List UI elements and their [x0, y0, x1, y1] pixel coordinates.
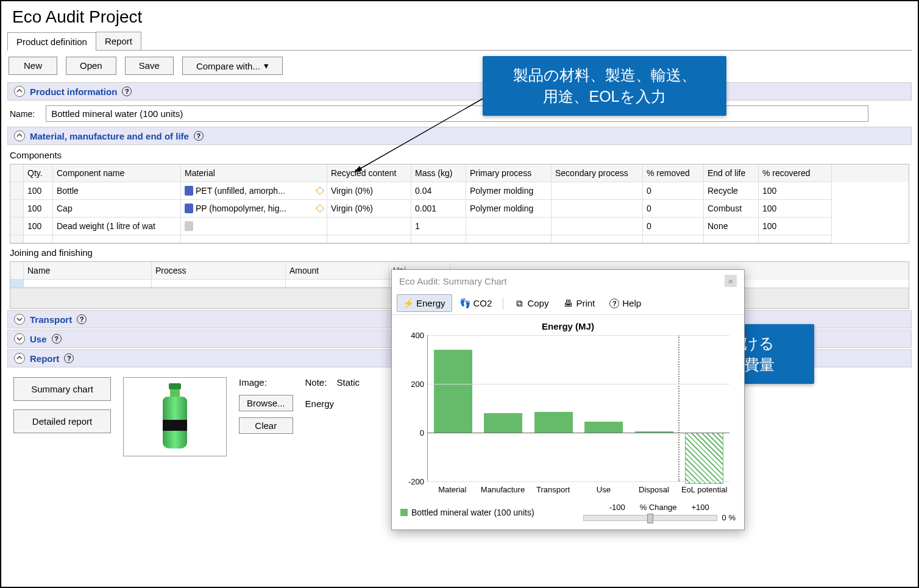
compare-with-dropdown[interactable]: Compare with... ▾ — [182, 57, 283, 75]
section-label: Transport — [30, 314, 72, 325]
x-axis-label: Material — [427, 485, 478, 494]
col-eol[interactable]: End of life — [704, 165, 759, 182]
detailed-report-button[interactable]: Detailed report — [13, 409, 111, 433]
tab-bar: Product definition Report — [7, 32, 912, 51]
col-material[interactable]: Material — [181, 165, 327, 182]
help-icon[interactable]: ? — [122, 87, 132, 96]
summary-chart-button[interactable]: Summary chart — [13, 377, 111, 401]
image-label: Image: — [239, 377, 293, 388]
page-title: Eco Audit Project — [1, 1, 918, 32]
expand-toggle[interactable] — [14, 314, 25, 325]
col-secondary[interactable]: Secondary process — [552, 165, 643, 182]
col-qty[interactable]: Qty. — [24, 165, 53, 182]
note-label: Note: — [305, 377, 327, 388]
col-name[interactable]: Name — [24, 262, 152, 280]
chart-window-title: Eco Audit: Summary Chart — [399, 276, 507, 286]
new-button[interactable]: New — [9, 57, 57, 75]
collapse-toggle[interactable] — [14, 86, 25, 97]
legend-swatch-icon — [400, 509, 408, 516]
save-button[interactable]: Save — [125, 57, 174, 75]
energy-tool[interactable]: ⚡ Energy — [397, 294, 452, 312]
chart-bar — [534, 412, 573, 433]
help-tool[interactable]: ? Help — [603, 295, 647, 311]
tab-report[interactable]: Report — [96, 32, 141, 50]
slider-thumb[interactable] — [647, 514, 653, 523]
section-label: Material, manufacture and end of life — [30, 131, 189, 141]
x-axis-label: EoL potential — [679, 485, 729, 494]
chart-plot: -2000200400 — [427, 335, 729, 481]
doc-icon — [185, 204, 193, 213]
name-input[interactable] — [46, 105, 868, 122]
col-process[interactable]: Process — [152, 262, 286, 280]
co2-tool[interactable]: 👣 CO2 — [455, 295, 499, 311]
browse-button[interactable]: Browse... — [239, 395, 293, 411]
section-label: Product information — [30, 87, 117, 97]
col-removed[interactable]: % removed — [643, 165, 704, 182]
legend-label: Bottled mineral water (100 units) — [411, 508, 534, 517]
col-recovered[interactable]: % recovered — [759, 165, 832, 182]
col-name[interactable]: Component name — [53, 165, 181, 182]
product-image-preview[interactable] — [123, 377, 227, 456]
col-recycled[interactable]: Recycled content — [327, 165, 411, 182]
summary-chart-window: Eco Audit: Summary Chart × ⚡ Energy 👣 CO… — [391, 269, 745, 530]
table-row-empty[interactable] — [10, 235, 909, 243]
main-toolbar: New Open Save Compare with... ▾ — [1, 51, 918, 81]
col-mass[interactable]: Mass (kg) — [411, 165, 466, 182]
print-icon: 🖶 — [563, 299, 573, 308]
diamond-icon — [316, 204, 324, 213]
note-text2: Energy — [305, 398, 360, 409]
footprint-icon: 👣 — [461, 299, 470, 308]
change-slider[interactable]: -100 % Change +100 0 % — [583, 503, 736, 522]
help-icon[interactable]: ? — [77, 314, 87, 324]
lightning-icon: ⚡ — [403, 299, 413, 308]
help-icon[interactable]: ? — [194, 131, 204, 141]
close-icon[interactable]: × — [725, 275, 737, 287]
bottle-icon — [163, 383, 187, 450]
table-row[interactable]: 100Cap PP (homopolymer, hig... Virgin (0… — [10, 200, 909, 218]
collapse-toggle[interactable] — [14, 353, 25, 364]
help-icon: ? — [609, 299, 619, 308]
table-row[interactable]: 100Bottle PET (unfilled, amorph... Virgi… — [10, 182, 909, 200]
chart-bar — [484, 413, 522, 433]
chart-bar — [584, 422, 623, 433]
col-primary[interactable]: Primary process — [466, 165, 552, 182]
col-amount[interactable]: Amount — [286, 262, 389, 280]
annotation-callout-1: 製品の材料、製造、輸送、 用途、EOLを入力 — [483, 56, 726, 116]
help-icon[interactable]: ? — [52, 334, 62, 344]
collapse-toggle[interactable] — [14, 130, 25, 141]
tab-product-definition[interactable]: Product definition — [7, 32, 96, 51]
x-axis-label: Use — [578, 485, 629, 494]
chart-bar — [685, 433, 723, 484]
help-icon[interactable]: ? — [64, 353, 74, 363]
doc-icon — [185, 221, 193, 231]
clear-button[interactable]: Clear — [239, 417, 293, 434]
diamond-icon — [316, 186, 324, 195]
chart-bar — [434, 350, 472, 433]
name-row: Name: — [1, 102, 918, 126]
grid-header: Qty. Component name Material Recycled co… — [10, 165, 909, 182]
components-label: Components — [1, 146, 918, 164]
table-row[interactable]: 100Dead weight (1 litre of wat 1 0None10… — [10, 218, 909, 235]
joining-label: Joining and finishing — [1, 244, 918, 261]
components-grid: Qty. Component name Material Recycled co… — [10, 164, 909, 244]
copy-tool[interactable]: ⧉ Copy — [508, 295, 555, 311]
note-text: Static — [337, 377, 360, 388]
chart-title: Energy (MJ) — [400, 321, 736, 331]
section-label: Use — [30, 334, 47, 344]
expand-toggle[interactable] — [14, 333, 25, 344]
doc-icon — [185, 186, 193, 196]
open-button[interactable]: Open — [66, 57, 116, 75]
print-tool[interactable]: 🖶 Print — [557, 295, 601, 311]
section-material: Material, manufacture and end of life ? — [7, 127, 912, 145]
section-label: Report — [30, 353, 59, 364]
name-label: Name: — [10, 109, 35, 119]
copy-icon: ⧉ — [514, 299, 524, 308]
x-axis-label: Transport — [528, 485, 578, 494]
section-product-information: Product information ? — [7, 82, 912, 101]
slider-track[interactable] — [583, 515, 717, 521]
slider-value: 0 % — [722, 513, 736, 522]
chart-area: Energy (MJ) -2000200400 MaterialManufact… — [392, 315, 744, 498]
chevron-down-icon: ▾ — [264, 60, 269, 71]
chart-legend: Bottled mineral water (100 units) — [400, 508, 534, 517]
x-axis-label: Manufacture — [478, 485, 528, 494]
